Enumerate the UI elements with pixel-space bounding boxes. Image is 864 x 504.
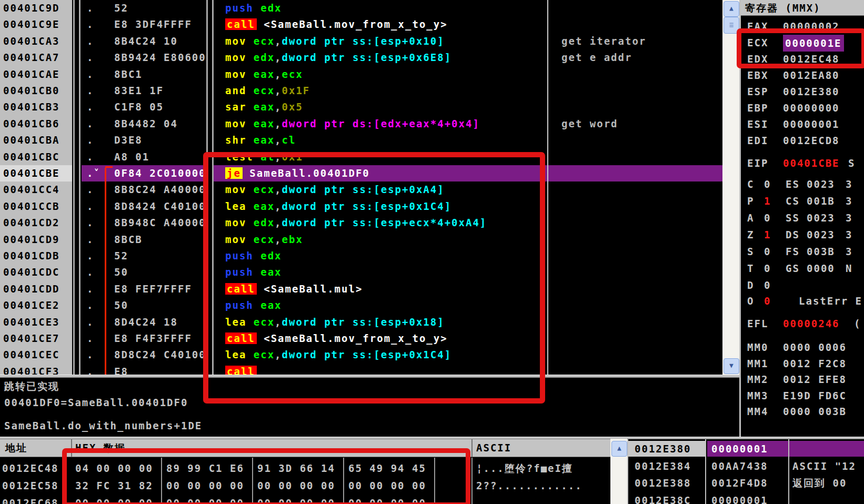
disasm-row[interactable]: 00401CBA.D3E8shr eax,cl — [0, 132, 722, 148]
register-row[interactable]: EFL00000246( — [741, 316, 864, 331]
disasm-instruction: mov edx,dword ptr ss:[esp+ecx*4+0xA4] — [225, 215, 487, 231]
disasm-row[interactable]: 00401CBC.A8 01test al,0x1 — [0, 149, 722, 165]
register-row[interactable]: A0SS00233 — [741, 210, 864, 226]
register-row[interactable]: MM10012 F2C8 — [741, 356, 864, 371]
disasm-address: 00401CBC — [0, 149, 72, 165]
stack-row[interactable]: 0012E38C00000001 — [628, 492, 864, 504]
disasm-instruction: mov ecx,dword ptr ss:[esp+0xA4] — [225, 182, 445, 198]
scroll-down-icon: ▼ — [729, 361, 734, 369]
disasm-row[interactable]: 00401C9D.52push edx — [0, 0, 722, 16]
pane-divider[interactable] — [0, 437, 864, 439]
scroll-down-button[interactable]: ▼ — [724, 358, 739, 374]
register-row[interactable]: ECX0000001E — [741, 35, 864, 51]
disasm-row[interactable]: 00401CD9.8BCBmov ecx,ebx — [0, 231, 722, 248]
disasm-row[interactable]: 00401CB3.C1F8 05sar eax,0x5 — [0, 99, 722, 115]
register-row[interactable]: EBP00000000 — [741, 100, 864, 116]
disasm-row[interactable]: 00401CDD.E8 FEF7FFFFcall <SameBall.mul> — [0, 281, 722, 297]
stack-row[interactable]: 0012E3880012F4D8返回到 00 — [628, 475, 864, 491]
disasm-row[interactable]: 00401CDC.50push eax — [0, 264, 722, 280]
stack-pane[interactable]: 0012E380000000010012E38400AA7438ASCII "1… — [627, 439, 864, 504]
registers-pane[interactable]: 寄存器 (MMX) EAX00000002ECX0000001EEDX0012E… — [741, 0, 864, 439]
disasm-row[interactable]: 00401CA3.8B4C24 10mov ecx,dword ptr ss:[… — [0, 33, 722, 49]
register-row[interactable]: S0FS003B3 — [741, 244, 864, 259]
hex-dump-pane[interactable]: 地址 HEX 数据 ASCII 0012EC4804 00 00 0089 99… — [0, 439, 627, 504]
register-row[interactable]: EAX00000002 — [741, 18, 864, 34]
disasm-row[interactable]: 00401CEC.8D8C24 C4010000lea ecx,dword pt… — [0, 347, 722, 363]
dump-ascii: ................ — [476, 495, 626, 504]
disasm-path-flag: . — [87, 116, 94, 132]
register-row[interactable]: MM00000 0006 — [741, 339, 864, 355]
disasm-row[interactable]: 00401CB6.8B4482 04mov eax,dword ptr ds:[… — [0, 116, 722, 132]
instruction-token: ecx — [254, 35, 275, 47]
disasm-path-flag: .˅ — [87, 165, 100, 182]
stack-column-divider — [788, 439, 789, 504]
disassembly-pane[interactable]: 00401C9D.52push edx00401C9E.E8 3DF4FFFFc… — [0, 0, 722, 375]
dump-row[interactable]: 0012EC6800 00 00 0000 00 00 0000 00 00 0… — [0, 495, 627, 504]
flag-label: O — [747, 293, 754, 309]
pane-divider[interactable] — [739, 0, 741, 439]
instruction-token: cl — [282, 134, 296, 146]
info-pane[interactable]: 跳转已实现 00401DF0=SameBall.00401DF0 SameBal… — [0, 378, 739, 437]
disasm-row[interactable]: 00401CCB.8D8424 C4010000lea eax,dword pt… — [0, 198, 722, 215]
dump-row[interactable]: 0012EC5832 FC 31 8200 00 00 0000 00 00 0… — [0, 477, 627, 494]
disasm-row[interactable]: 00401C9E.E8 3DF4FFFFcall <SameBall.mov_f… — [0, 16, 722, 33]
disasm-row[interactable]: 00401CE3.8D4C24 18lea ecx,dword ptr ss:[… — [0, 314, 722, 330]
scroll-up-button[interactable]: ▲ — [724, 1, 739, 17]
disasm-path-flag: . — [87, 347, 94, 363]
register-row[interactable]: ESP0012E380 — [741, 84, 864, 99]
disasm-row[interactable]: 00401CE7.E8 F4F3FFFFcall <SameBall.mov_f… — [0, 330, 722, 347]
instruction-token: ecx — [254, 234, 275, 245]
stack-row[interactable]: 0012E38000000001 — [628, 441, 864, 457]
register-row[interactable]: MM20012 EFE8 — [741, 371, 864, 387]
disasm-row[interactable]: 00401CB0.83E1 1Fand ecx,0x1F — [0, 83, 722, 99]
pane-divider[interactable] — [0, 375, 739, 378]
disassembly-scrollbar[interactable]: ▲ ≡ ▼ — [722, 0, 739, 375]
register-row[interactable]: EDX0012EC48 — [741, 51, 864, 67]
stack-value: 0012F4D8 — [707, 475, 788, 491]
disasm-row[interactable]: 00401CDB.52push edx — [0, 248, 722, 264]
comment-column-divider — [547, 0, 548, 375]
register-row[interactable]: MM40000 003B — [741, 404, 864, 419]
jump-target-text: 00401DF0=SameBall.00401DF0 — [4, 397, 188, 408]
grip-icon: ≡ — [729, 21, 734, 29]
disasm-row[interactable]: 00401CD2.8B948C A4000000mov edx,dword pt… — [0, 215, 722, 231]
register-value: 0000001E — [783, 35, 844, 52]
register-label: MM1 — [747, 356, 768, 371]
ollydbg-window: 00401C9D.52push edx00401C9E.E8 3DF4FFFFc… — [0, 0, 864, 504]
disasm-path-flag: . — [87, 66, 94, 83]
register-row[interactable]: MM3E19D FD6C — [741, 388, 864, 404]
register-row[interactable]: Z1DS00233 — [741, 227, 864, 243]
segment-extra: 3 — [846, 244, 852, 259]
register-value: 00000246 — [783, 316, 840, 331]
disasm-path-flag: . — [87, 314, 94, 330]
dump-byte-group: 89 99 C1 E6 — [166, 460, 244, 477]
register-row[interactable]: EDI0012ECD8 — [741, 133, 864, 148]
register-row[interactable]: P1CS001B3 — [741, 193, 864, 209]
register-row[interactable]: EIP00401CBES — [741, 155, 864, 171]
register-row[interactable]: T0GS0000N — [741, 260, 864, 276]
register-row[interactable]: O0LastErr E — [741, 293, 864, 309]
register-row[interactable]: ESI00000001 — [741, 116, 864, 132]
disasm-row[interactable]: 00401CF3.E8call — [0, 364, 722, 375]
instruction-token: eax — [254, 118, 275, 129]
stack-row[interactable]: 0012E38400AA7438ASCII "12 — [628, 458, 864, 474]
dump-row[interactable]: 0012EC4804 00 00 0089 99 C1 E691 3D 66 1… — [0, 460, 627, 477]
instruction-token — [243, 167, 249, 179]
instruction-token: edx — [260, 2, 282, 14]
ascii-column-separator — [471, 458, 473, 504]
dump-scrollbar[interactable]: ▲ — [610, 439, 627, 504]
register-row[interactable]: D0 — [741, 277, 864, 293]
disasm-row[interactable]: 00401CE2.50push eax — [0, 297, 722, 314]
disasm-row[interactable]: 00401CA7.8B9424 E8060000mov edx,dword pt… — [0, 49, 722, 66]
instruction-token: shr — [225, 134, 254, 146]
disasm-row[interactable]: 00401CC4.8B8C24 A4000000mov ecx,dword pt… — [0, 182, 722, 198]
register-row[interactable]: EBX0012EA80 — [741, 67, 864, 83]
register-row[interactable]: C0ES00233 — [741, 176, 864, 192]
scrollbar-thumb[interactable]: ≡ — [724, 17, 739, 34]
segment-label: ES — [786, 176, 800, 192]
scroll-up-button[interactable]: ▲ — [611, 441, 627, 457]
jump-arrow — [105, 166, 113, 168]
disasm-address: 00401CDB — [0, 248, 72, 264]
disasm-bytes: 8D4C24 18 — [114, 314, 206, 330]
disasm-row[interactable]: 00401CAE.8BC1mov eax,ecx — [0, 66, 722, 83]
